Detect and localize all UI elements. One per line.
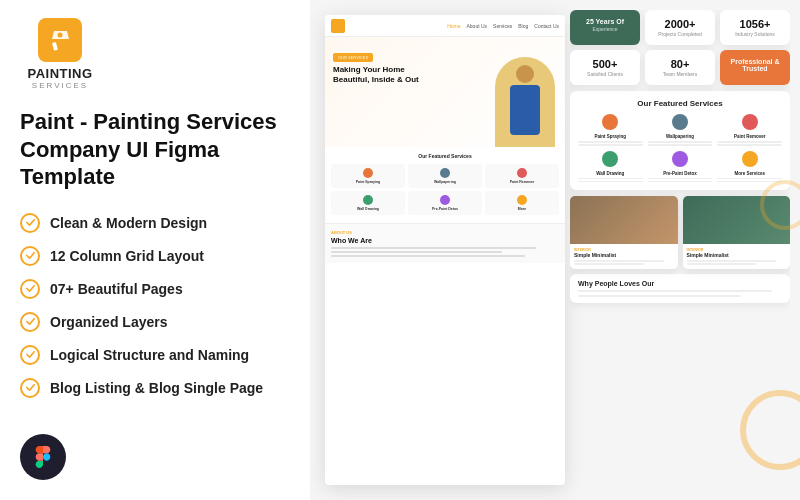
blog-card-body-2: INTERIOR Simple Minimalist	[683, 244, 791, 269]
srl-2	[578, 144, 643, 146]
preview-hero-title: Making Your Home Beautiful, Inside & Out	[333, 65, 433, 86]
sr-lines-3	[717, 141, 782, 146]
wl-1	[578, 290, 772, 292]
check-icon-pages	[20, 279, 40, 299]
service-icon-1	[363, 168, 373, 178]
line-1	[331, 247, 536, 249]
sr-lines-6	[717, 178, 782, 183]
service-label-1: Paint Spraying	[334, 180, 402, 184]
bcl-1	[574, 260, 664, 262]
sr-icon-4	[602, 151, 618, 167]
service-card-1: Paint Spraying	[331, 164, 405, 188]
preview-services-section: Our Featured Services Paint Spraying Wal…	[325, 147, 565, 221]
service-card-6: More	[485, 191, 559, 215]
features-list: Clean & Modern Design 12 Column Grid Lay…	[20, 213, 290, 398]
why-title: Why People Loves Our	[578, 280, 782, 287]
sr-card-6: More Services	[717, 151, 782, 183]
service-card-2: Wallpapering	[408, 164, 482, 188]
sr-lines-5	[648, 178, 713, 183]
logo-area: PAINTING SERVICES	[20, 18, 100, 90]
check-icon-logical	[20, 345, 40, 365]
sr-icon-1	[602, 114, 618, 130]
logo-painting-text: PAINTING	[27, 66, 92, 81]
preview-nav-links: Home About Us Services Blog Contact Us	[353, 23, 559, 29]
srl-4	[648, 144, 713, 146]
srl-6	[717, 144, 782, 146]
sr-card-1: Paint Spraying	[578, 114, 643, 146]
stat-card-team: 80+ Team Members	[645, 50, 715, 85]
logo-services-text: SERVICES	[32, 81, 88, 90]
stat-card-projects: 2000+ Projects Completed	[645, 10, 715, 45]
blog-card-lines-1	[574, 260, 674, 265]
srl-11	[717, 178, 782, 180]
feature-text-logical: Logical Structure and Naming	[50, 347, 249, 363]
stat-experience-label: Experience	[576, 26, 634, 32]
sr-lines-1	[578, 141, 643, 146]
srl-1	[578, 141, 643, 143]
sr-title-2: Wallpapering	[666, 134, 694, 139]
srl-7	[578, 178, 643, 180]
service-label-3: Paint Remover	[488, 180, 556, 184]
check-icon-clean-modern	[20, 213, 40, 233]
sr-title-1: Paint Spraying	[595, 134, 627, 139]
featured-services-title: Our Featured Services	[578, 99, 782, 108]
service-icon-3	[517, 168, 527, 178]
feature-text-blog: Blog Listing & Blog Single Page	[50, 380, 263, 396]
srl-8	[578, 181, 643, 183]
stat-clients-number: 500+	[576, 58, 634, 70]
line-2	[331, 251, 502, 253]
stat-team-number: 80+	[651, 58, 709, 70]
check-icon-grid-layout	[20, 246, 40, 266]
feature-text-pages: 07+ Beautiful Pages	[50, 281, 183, 297]
bcl-3	[687, 260, 777, 262]
sr-card-2: Wallpapering	[648, 114, 713, 146]
service-label-6: More	[488, 207, 556, 211]
preview-hero-person	[495, 57, 555, 147]
bcl-4	[687, 263, 757, 265]
service-card-4: Wall Drawing	[331, 191, 405, 215]
preview-about-label: ABOUT US	[331, 230, 559, 235]
website-preview: Home About Us Services Blog Contact Us O…	[325, 15, 565, 485]
sr-title-5: Pre-Paint Detox	[663, 171, 697, 176]
blog-card-title-2: Simple Minimalist	[687, 252, 787, 258]
service-icon-4	[363, 195, 373, 205]
service-icon-2	[440, 168, 450, 178]
service-label-5: Pre-Paint Detox	[411, 207, 479, 211]
feature-text-clean-modern: Clean & Modern Design	[50, 215, 207, 231]
blog-card-body-1: INTERIOR Simple Minimalist	[570, 244, 678, 269]
service-label-2: Wallpapering	[411, 180, 479, 184]
sr-icon-6	[742, 151, 758, 167]
line-3	[331, 255, 525, 257]
stat-card-trusted: Professional & Trusted	[720, 50, 790, 85]
service-label-4: Wall Drawing	[334, 207, 402, 211]
feature-item-blog: Blog Listing & Blog Single Page	[20, 378, 290, 398]
featured-services-panel: Our Featured Services Paint Spraying Wal…	[570, 91, 790, 190]
feature-text-grid-layout: 12 Column Grid Layout	[50, 248, 204, 264]
feature-item-logical: Logical Structure and Naming	[20, 345, 290, 365]
preview-services-title: Our Featured Services	[331, 153, 559, 159]
figma-badge	[20, 434, 66, 480]
blog-card-1: INTERIOR Simple Minimalist	[570, 196, 678, 269]
sr-card-3: Paint Remover	[717, 114, 782, 146]
sr-icon-3	[742, 114, 758, 130]
feature-item-pages: 07+ Beautiful Pages	[20, 279, 290, 299]
left-panel: PAINTING SERVICES Paint - Painting Servi…	[0, 0, 310, 500]
stat-team-label: Team Members	[651, 71, 709, 77]
sr-title-4: Wall Drawing	[596, 171, 624, 176]
srl-3	[648, 141, 713, 143]
stat-clients-label: Satisfied Clients	[576, 71, 634, 77]
why-section: Why People Loves Our	[570, 274, 790, 304]
preview-about-lines	[331, 247, 559, 257]
product-title: Paint - Painting Services Company UI Fig…	[20, 108, 290, 191]
check-icon-blog	[20, 378, 40, 398]
service-icon-5	[440, 195, 450, 205]
sr-lines-2	[648, 141, 713, 146]
blog-card-lines-2	[687, 260, 787, 265]
bcl-2	[574, 263, 644, 265]
preview-nav-about: About Us	[466, 23, 487, 29]
feature-item-grid-layout: 12 Column Grid Layout	[20, 246, 290, 266]
preview-about-section: ABOUT US Who We Are	[325, 223, 565, 263]
blog-cards: INTERIOR Simple Minimalist INTERIOR Simp…	[570, 196, 790, 269]
srl-9	[648, 178, 713, 180]
preview-about-title: Who We Are	[331, 237, 559, 244]
